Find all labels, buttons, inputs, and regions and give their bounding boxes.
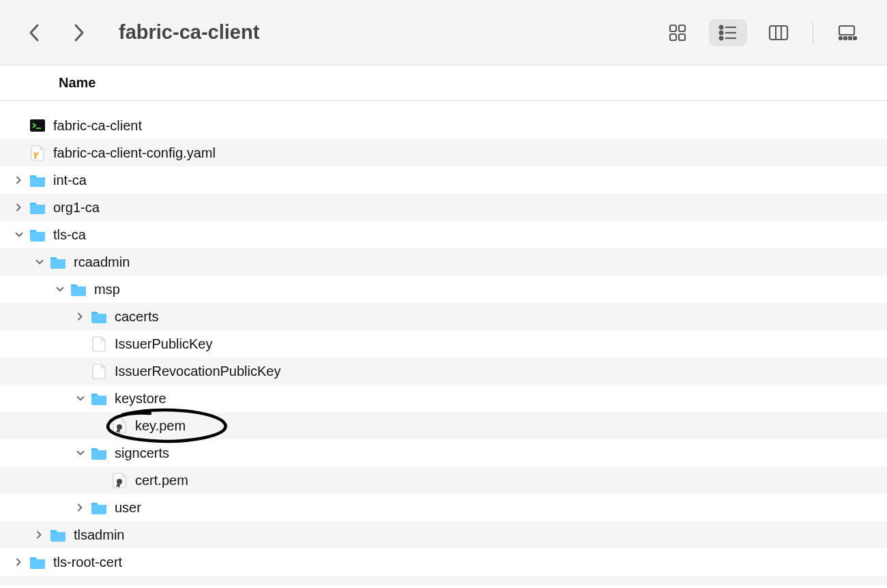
- file-row-config-yaml[interactable]: fabric-ca-client-config.yaml: [0, 139, 887, 166]
- file-row-cert-pem[interactable]: cert.pem: [0, 467, 887, 494]
- file-name: cert.pem: [135, 473, 188, 488]
- chevron-right-icon[interactable]: [14, 175, 25, 186]
- chevron-down-icon[interactable]: [75, 447, 86, 458]
- cert-file-icon: [111, 417, 128, 435]
- file-icon: [90, 335, 108, 353]
- yaml-file-icon: [29, 144, 46, 162]
- chevron-right-icon[interactable]: [75, 502, 86, 513]
- terminal-icon: [29, 117, 46, 134]
- spacer-row: [0, 101, 887, 112]
- toolbar: fabric-ca-client: [0, 0, 887, 65]
- file-icon: [90, 362, 108, 380]
- view-gallery-button[interactable]: [828, 19, 867, 46]
- nav-buttons: [25, 17, 89, 48]
- file-name: IssuerRevocationPublicKey: [115, 364, 280, 379]
- trailing-stripe: [0, 576, 887, 585]
- folder-row-keystore[interactable]: keystore: [0, 385, 887, 412]
- folder-icon: [49, 253, 67, 271]
- folder-icon: [49, 526, 67, 544]
- file-row-issuer-revocation-public-key[interactable]: IssuerRevocationPublicKey: [0, 357, 887, 385]
- folder-icon: [29, 199, 46, 216]
- folder-icon: [29, 553, 46, 571]
- folder-name: msp: [94, 282, 120, 297]
- folder-row-signcerts[interactable]: signcerts: [0, 439, 887, 467]
- folder-row-rcaadmin[interactable]: rcaadmin: [0, 248, 887, 276]
- file-tree: fabric-ca-client fabric-ca-client-config…: [0, 101, 887, 585]
- folder-icon: [90, 499, 108, 516]
- view-mode-buttons: [658, 19, 867, 46]
- folder-name: cacerts: [115, 309, 158, 325]
- folder-row-msp[interactable]: msp: [0, 276, 887, 303]
- folder-icon: [90, 444, 108, 462]
- file-name: fabric-ca-client: [53, 118, 142, 134]
- chevron-down-icon[interactable]: [55, 284, 66, 295]
- window-title: fabric-ca-client: [119, 21, 259, 44]
- chevron-right-icon[interactable]: [34, 529, 45, 540]
- folder-icon: [70, 280, 87, 298]
- file-name: fabric-ca-client-config.yaml: [53, 145, 216, 161]
- view-icons-button[interactable]: [658, 19, 697, 46]
- chevron-down-icon[interactable]: [34, 256, 45, 267]
- toolbar-separator: [813, 22, 813, 44]
- folder-row-int-ca[interactable]: int-ca: [0, 166, 887, 194]
- folder-row-org1-ca[interactable]: org1-ca: [0, 194, 887, 221]
- folder-row-cacerts[interactable]: cacerts: [0, 303, 887, 330]
- cert-file-icon: [111, 471, 128, 489]
- folder-name: tls-root-cert: [53, 555, 122, 570]
- chevron-right-icon[interactable]: [14, 557, 25, 568]
- folder-row-tls-ca[interactable]: tls-ca: [0, 221, 887, 248]
- column-header-bar: Name: [0, 65, 887, 101]
- forward-button[interactable]: [68, 17, 89, 48]
- chevron-down-icon[interactable]: [14, 229, 25, 240]
- folder-icon: [29, 171, 46, 189]
- file-row-issuer-public-key[interactable]: IssuerPublicKey: [0, 330, 887, 357]
- folder-name: signcerts: [115, 445, 169, 461]
- folder-icon: [90, 389, 108, 407]
- chevron-down-icon[interactable]: [75, 393, 86, 404]
- folder-row-tls-root-cert[interactable]: tls-root-cert: [0, 548, 887, 576]
- file-name: IssuerPublicKey: [115, 336, 212, 352]
- back-button[interactable]: [25, 17, 45, 48]
- folder-row-tlsadmin[interactable]: tlsadmin: [0, 521, 887, 548]
- file-row-fabric-ca-client[interactable]: fabric-ca-client: [0, 112, 887, 139]
- folder-name: tlsadmin: [74, 527, 124, 543]
- folder-name: tls-ca: [53, 227, 86, 243]
- folder-name: rcaadmin: [74, 254, 130, 270]
- chevron-right-icon[interactable]: [14, 202, 25, 213]
- folder-icon: [90, 308, 108, 325]
- folder-name: keystore: [115, 391, 166, 407]
- file-row-key-pem[interactable]: key.pem: [0, 412, 887, 439]
- folder-name: user: [115, 500, 141, 516]
- folder-row-user[interactable]: user: [0, 494, 887, 521]
- chevron-right-icon[interactable]: [75, 311, 86, 322]
- folder-name: org1-ca: [53, 200, 100, 216]
- file-name: key.pem: [135, 418, 186, 434]
- column-header-name[interactable]: Name: [59, 75, 96, 91]
- view-columns-button[interactable]: [759, 19, 798, 46]
- view-list-button[interactable]: [709, 19, 747, 46]
- folder-name: int-ca: [53, 173, 87, 188]
- folder-icon: [29, 226, 46, 244]
